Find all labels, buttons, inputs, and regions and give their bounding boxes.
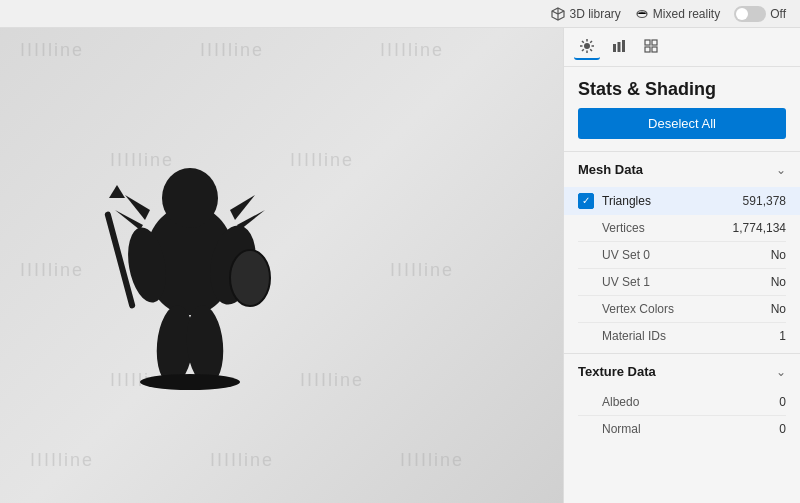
svg-rect-29 [645,47,650,52]
material-ids-value: 1 [779,329,786,343]
triangles-label: Triangles [602,194,743,208]
triangles-row[interactable]: ✓ Triangles 591,378 [564,187,800,215]
svg-point-12 [184,304,227,387]
texture-data-label: Texture Data [578,364,656,379]
svg-line-21 [590,49,592,51]
svg-point-13 [140,374,240,390]
mixed-reality-icon [635,7,649,21]
figurine-silhouette [95,130,285,390]
svg-marker-2 [125,195,150,220]
panel-title: Stats & Shading [564,67,800,108]
deselect-all-button[interactable]: Deselect All [578,108,786,139]
uv-set-0-row: UV Set 0 No [564,242,800,268]
watermark: IIIIline [290,150,354,171]
watermark: IIIIline [20,260,84,281]
panel-toolbar [564,28,800,67]
uv-set-1-value: No [771,275,786,289]
watermark: IIIIline [210,450,274,471]
texture-data-section-header[interactable]: Texture Data ⌄ [564,353,800,389]
3d-library-button[interactable]: 3D library [551,7,620,21]
triangles-value: 591,378 [743,194,786,208]
svg-line-22 [590,41,592,43]
3d-library-label: 3D library [569,7,620,21]
mixed-reality-button[interactable]: Mixed reality [635,7,720,21]
svg-rect-24 [613,44,616,52]
mesh-data-label: Mesh Data [578,162,643,177]
vertices-label: Vertices [602,221,733,235]
cube-icon [551,7,565,21]
svg-marker-3 [115,210,143,230]
topbar: 3D library Mixed reality Off [0,0,800,28]
svg-marker-4 [230,195,255,220]
3d-viewport[interactable]: IIIIline IIIIline IIIIline IIIIline IIII… [0,0,563,503]
watermark: IIIIline [200,40,264,61]
vertex-colors-value: No [771,302,786,316]
vertex-colors-row: Vertex Colors No [564,296,800,322]
svg-point-8 [230,250,270,306]
svg-point-1 [162,168,218,228]
right-panel: Stats & Shading Deselect All Mesh Data ⌄… [563,28,800,503]
albedo-label: Albedo [602,395,779,409]
uv-set-1-label: UV Set 1 [602,275,771,289]
normal-label: Normal [602,422,779,436]
svg-rect-30 [652,47,657,52]
svg-rect-28 [652,40,657,45]
normal-value: 0 [779,422,786,436]
sun-icon [579,38,595,54]
grid-icon [643,38,659,54]
sun-toolbar-icon[interactable] [574,34,600,60]
uv-set-0-value: No [771,248,786,262]
material-ids-row: Material IDs 1 [564,323,800,349]
toggle-container[interactable]: Off [734,6,786,22]
svg-point-15 [584,43,590,49]
watermark: IIIIline [380,40,444,61]
toggle-switch[interactable] [734,6,766,22]
vertex-colors-label: Vertex Colors [602,302,771,316]
vertices-row: Vertices 1,774,134 [564,215,800,241]
grid-toolbar-icon[interactable] [638,34,664,60]
mesh-data-section-header[interactable]: Mesh Data ⌄ [564,151,800,187]
mesh-data-chevron: ⌄ [776,163,786,177]
watermark: IIIIline [30,450,94,471]
watermark: IIIIline [390,260,454,281]
normal-row: Normal 0 [564,416,800,442]
texture-data-chevron: ⌄ [776,365,786,379]
svg-line-20 [582,41,584,43]
svg-marker-10 [109,185,125,198]
uv-set-1-row: UV Set 1 No [564,269,800,295]
watermark: IIIIline [300,370,364,391]
triangles-checkbox[interactable]: ✓ [578,193,594,209]
watermark: IIIIline [20,40,84,61]
albedo-row: Albedo 0 [564,389,800,415]
svg-rect-25 [618,42,621,52]
stats-icon [611,38,627,54]
albedo-value: 0 [779,395,786,409]
svg-rect-27 [645,40,650,45]
mixed-reality-label: Mixed reality [653,7,720,21]
vertices-value: 1,774,134 [733,221,786,235]
toggle-label: Off [770,7,786,21]
uv-set-0-label: UV Set 0 [602,248,771,262]
svg-rect-26 [622,40,625,52]
material-ids-label: Material IDs [602,329,779,343]
watermark: IIIIline [400,450,464,471]
stats-toolbar-icon[interactable] [606,34,632,60]
svg-line-23 [582,49,584,51]
